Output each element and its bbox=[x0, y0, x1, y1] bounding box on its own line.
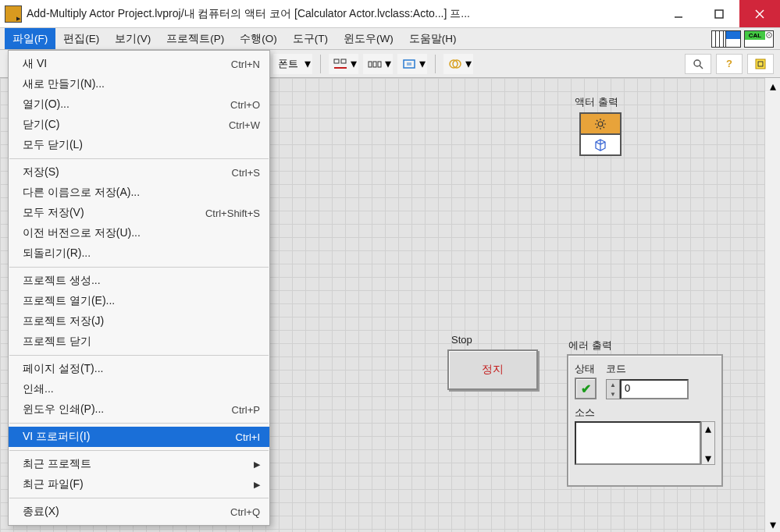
file-menu-item[interactable]: 최근 프로젝트▶ bbox=[9, 454, 269, 474]
chevron-down-icon: ▾ bbox=[702, 452, 714, 464]
status-indicator[interactable]: ✔ bbox=[575, 378, 597, 399]
error-out-label: 에러 출력 bbox=[568, 339, 612, 353]
menu-item-shortcut: Ctrl+O bbox=[230, 99, 260, 111]
chevron-down-icon: ▾ bbox=[465, 56, 472, 71]
menu-item-label: 프로젝트 열기(E)... bbox=[23, 294, 260, 308]
file-menu-item[interactable]: 모두 저장(V)Ctrl+Shift+S bbox=[9, 203, 269, 223]
menubar: 파일(F) 편집(E) 보기(V) 프로젝트(P) 수행(O) 도구(T) 윈도… bbox=[0, 28, 780, 50]
menu-view[interactable]: 보기(V) bbox=[107, 28, 158, 49]
menu-window[interactable]: 윈도우(W) bbox=[336, 28, 401, 49]
file-menu-item[interactable]: 닫기(C)Ctrl+W bbox=[9, 115, 269, 135]
vi-icon[interactable]: CAL bbox=[744, 30, 774, 48]
file-menu-item[interactable]: 윈도우 인쇄(P)...Ctrl+P bbox=[9, 399, 269, 420]
reorder-dropdown[interactable]: ▾ bbox=[443, 54, 473, 74]
file-menu-item[interactable]: 새 VICtrl+N bbox=[9, 54, 269, 74]
svg-line-26 bbox=[604, 126, 605, 128]
file-menu-item[interactable]: 다른 이름으로 저장(A)... bbox=[9, 183, 269, 203]
file-menu-item[interactable]: 이전 버전으로 저장(U)... bbox=[9, 223, 269, 243]
stop-label: Stop bbox=[451, 334, 472, 346]
menu-item-label: 다른 이름으로 저장(A)... bbox=[23, 186, 260, 200]
code-label: 코드 bbox=[606, 362, 689, 376]
actor-output-indicator[interactable] bbox=[579, 112, 622, 156]
menu-item-label: 되돌리기(R)... bbox=[23, 246, 260, 261]
highlight-button[interactable] bbox=[747, 54, 774, 74]
titlebar: Add-Multiply Actor Project.lvproj/내 컴퓨터의… bbox=[0, 0, 780, 28]
menu-item-label: 모두 저장(V) bbox=[23, 206, 196, 220]
menu-edit[interactable]: 편집(E) bbox=[55, 28, 107, 49]
source-scrollbar[interactable]: ▴ ▾ bbox=[701, 421, 715, 465]
menu-item-label: 프로젝트 닫기 bbox=[23, 335, 260, 349]
menu-separator bbox=[9, 498, 269, 498]
check-icon: ✔ bbox=[581, 381, 591, 396]
error-out-cluster: 에러 출력 상태 ✔ 코드 ▲ ▼ 0 bbox=[567, 343, 731, 491]
menu-item-label: 모두 닫기(L) bbox=[23, 138, 260, 152]
file-menu-item[interactable]: VI 프로퍼티(I)Ctrl+I bbox=[9, 427, 269, 447]
menu-item-label: 윈도우 인쇄(P)... bbox=[23, 403, 223, 417]
file-menu-item[interactable]: 인쇄... bbox=[9, 379, 269, 399]
distribute-dropdown[interactable]: ▾ bbox=[363, 54, 393, 74]
menu-item-label: 저장(S) bbox=[23, 165, 223, 179]
minimize-button[interactable] bbox=[658, 0, 699, 27]
vertical-scrollbar[interactable]: ▴ ▾ bbox=[764, 78, 780, 532]
menu-item-label: 이전 버전으로 저장(U)... bbox=[23, 226, 260, 240]
menu-file[interactable]: 파일(F) bbox=[5, 28, 55, 49]
menu-item-label: 새로 만들기(N)... bbox=[23, 77, 260, 91]
file-menu-item[interactable]: 프로젝트 생성... bbox=[9, 271, 269, 291]
file-menu-item[interactable]: 프로젝트 닫기 bbox=[9, 332, 269, 352]
svg-line-25 bbox=[597, 120, 598, 122]
svg-line-16 bbox=[700, 66, 703, 69]
file-menu-item[interactable]: 열기(O)...Ctrl+O bbox=[9, 94, 269, 115]
menu-item-shortcut: Ctrl+W bbox=[229, 119, 260, 131]
menu-item-shortcut: Ctrl+N bbox=[231, 59, 260, 70]
chevron-down-icon: ▾ bbox=[419, 56, 426, 71]
menu-item-shortcut: Ctrl+I bbox=[236, 431, 260, 443]
file-menu-item[interactable]: 종료(X)Ctrl+Q bbox=[9, 502, 269, 522]
stop-button-text: 정지 bbox=[482, 363, 504, 377]
svg-point-20 bbox=[598, 122, 603, 126]
file-menu-item[interactable]: 저장(S)Ctrl+S bbox=[9, 162, 269, 183]
source-textarea[interactable] bbox=[575, 421, 701, 465]
resize-dropdown[interactable]: ▾ bbox=[397, 54, 427, 74]
menu-item-shortcut: Ctrl+Shift+S bbox=[205, 207, 260, 219]
menu-operate[interactable]: 수행(O) bbox=[232, 28, 285, 49]
stop-button[interactable]: 정지 bbox=[447, 349, 538, 390]
file-menu-item[interactable]: 프로젝트 저장(J) bbox=[9, 311, 269, 332]
file-menu-item[interactable]: 되돌리기(R)... bbox=[9, 243, 269, 264]
maximize-button[interactable] bbox=[699, 0, 739, 27]
code-spinner[interactable]: ▲ ▼ bbox=[606, 379, 620, 399]
menu-item-label: 인쇄... bbox=[23, 382, 260, 396]
help-button[interactable]: ? bbox=[716, 54, 743, 74]
file-menu-item[interactable]: 페이지 설정(T)... bbox=[9, 359, 269, 379]
chevron-up-icon: ▲ bbox=[607, 380, 619, 389]
menu-project[interactable]: 프로젝트(P) bbox=[158, 28, 232, 49]
menu-item-label: 열기(O)... bbox=[23, 98, 221, 112]
menu-help[interactable]: 도움말(H) bbox=[401, 28, 465, 49]
chevron-up-icon: ▴ bbox=[702, 422, 714, 434]
menu-item-label: 프로젝트 저장(J) bbox=[23, 314, 260, 328]
file-menu-item[interactable]: 모두 닫기(L) bbox=[9, 135, 269, 155]
code-input[interactable]: 0 bbox=[620, 379, 689, 399]
menu-separator bbox=[9, 423, 269, 424]
actor-output-label: 액터 출력 bbox=[575, 95, 618, 109]
status-label: 상태 bbox=[575, 362, 597, 376]
search-button[interactable] bbox=[685, 54, 711, 74]
connector-pane-icon[interactable] bbox=[711, 30, 741, 48]
menu-tools[interactable]: 도구(T) bbox=[285, 28, 336, 49]
file-menu-item[interactable]: 최근 파일(F)▶ bbox=[9, 474, 269, 495]
close-button[interactable] bbox=[739, 0, 780, 27]
svg-point-15 bbox=[694, 60, 700, 66]
menu-item-label: VI 프로퍼티(I) bbox=[23, 430, 226, 444]
menu-separator bbox=[9, 355, 269, 356]
font-dropdown[interactable]: 폰트 ▾ bbox=[273, 54, 312, 74]
svg-rect-18 bbox=[756, 59, 765, 69]
svg-rect-12 bbox=[404, 60, 415, 68]
menu-item-label: 최근 파일(F) bbox=[23, 477, 254, 491]
file-menu-item[interactable]: 프로젝트 열기(E)... bbox=[9, 291, 269, 311]
file-menu-item[interactable]: 새로 만들기(N)... bbox=[9, 74, 269, 94]
align-dropdown[interactable]: ▾ bbox=[329, 54, 358, 74]
svg-rect-1 bbox=[715, 10, 723, 18]
menu-item-label: 최근 프로젝트 bbox=[23, 457, 254, 471]
app-icon bbox=[5, 5, 22, 23]
chevron-down-icon: ▼ bbox=[607, 389, 619, 399]
svg-rect-11 bbox=[378, 62, 381, 67]
